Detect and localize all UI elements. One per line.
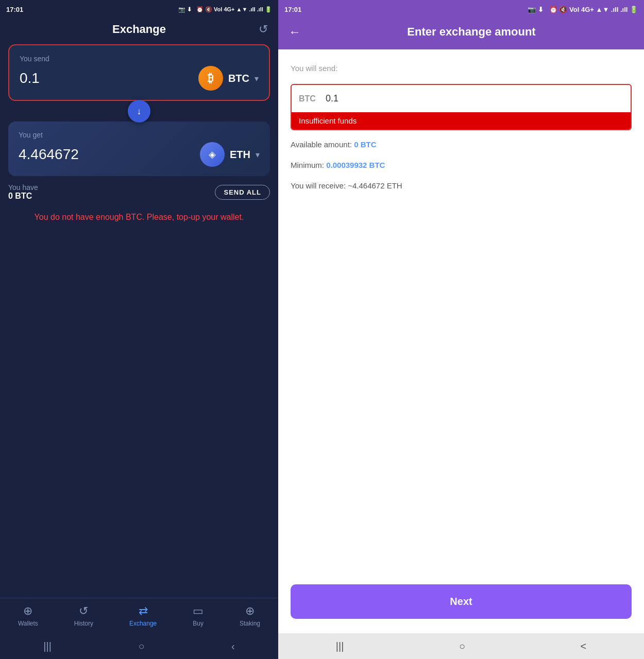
insufficient-funds-bar: Insufficient funds (292, 112, 631, 129)
bottom-nav: ⊕ Wallets ↺ History ⇄ Exchange ▭ Buy ⊕ S… (0, 598, 278, 633)
right-home-button[interactable]: ○ (459, 640, 465, 652)
send-all-button[interactable]: SEND ALL (215, 185, 270, 200)
error-message: You do not have enough BTC. Please, top-… (0, 203, 278, 232)
receive-amount: ~4.464672 ETH (348, 181, 402, 190)
eth-selector[interactable]: ◈ ETH ▾ (200, 142, 260, 167)
buy-icon: ▭ (193, 604, 204, 618)
swap-wrapper: ↓ (8, 100, 270, 123)
minimum-row: Minimum: 0.00039932 BTC (291, 159, 632, 171)
back-button[interactable]: ‹ (231, 640, 235, 652)
you-have-amount: 0 BTC (8, 192, 38, 201)
exchange-nav-icon: ⇄ (139, 604, 148, 618)
available-amount: 0 BTC (354, 140, 376, 149)
left-time: 17:01 (6, 6, 178, 13)
nav-history-label: History (74, 620, 93, 627)
left-status-icons: 📷 ⬇ ⏰ 🔇 Vol 4G+ ▲▼ .ılI .ılI 🔋 (178, 6, 272, 13)
history-icon[interactable]: ↺ (259, 23, 268, 36)
exchange-title: Exchange (112, 23, 166, 36)
eth-name: ETH (230, 149, 250, 161)
available-label: Available amount: (291, 140, 352, 149)
right-header-title: Enter exchange amount (309, 25, 634, 39)
exchange-container: You send 0.1 ₿ BTC ▾ ↓ You get (0, 44, 278, 176)
get-label: You get (19, 131, 260, 139)
nav-buy[interactable]: ▭ Buy (193, 604, 204, 627)
swap-icon: ↓ (137, 106, 142, 117)
get-chevron-icon: ▾ (256, 150, 260, 160)
left-gesture-bar: ||| ○ ‹ (0, 633, 278, 659)
you-have-label: You have (8, 183, 38, 192)
right-panel: 17:01 📷 ⬇ ⏰ 🔇 Vol 4G+ ▲▼ .ılI .ılI 🔋 ← E… (278, 0, 644, 659)
left-status-bar: 17:01 📷 ⬇ ⏰ 🔇 Vol 4G+ ▲▼ .ılI .ılI 🔋 (0, 0, 278, 19)
back-arrow-button[interactable]: ← (289, 25, 301, 39)
send-box: You send 0.1 ₿ BTC ▾ (8, 44, 270, 101)
receive-row: You will receive: ~4.464672 ETH (291, 180, 632, 192)
left-panel: 17:01 📷 ⬇ ⏰ 🔇 Vol 4G+ ▲▼ .ılI .ılI 🔋 Exc… (0, 0, 278, 659)
btc-icon: ₿ (198, 66, 223, 91)
recent-apps-button[interactable]: ||| (43, 640, 52, 652)
next-button[interactable]: Next (291, 584, 632, 619)
nav-exchange[interactable]: ⇄ Exchange (129, 604, 157, 627)
right-back-button[interactable]: < (581, 640, 587, 652)
right-header: ← Enter exchange amount (278, 19, 644, 49)
right-recent-button[interactable]: ||| (336, 640, 344, 652)
btc-selector[interactable]: ₿ BTC ▾ (198, 66, 259, 91)
history-nav-icon: ↺ (79, 604, 88, 618)
minimum-label: Minimum: (291, 161, 324, 169)
nav-staking-label: Staking (240, 620, 260, 627)
left-header: Exchange ↺ (0, 19, 278, 44)
wallets-icon: ⊕ (23, 604, 32, 618)
get-row: 4.464672 ◈ ETH ▾ (19, 142, 260, 167)
amount-input-value: 0.1 (326, 93, 623, 104)
currency-label: BTC (299, 94, 319, 103)
right-content: You will send: BTC 0.1 Insufficient fund… (278, 49, 644, 633)
eth-icon: ◈ (200, 142, 225, 167)
receive-label: You will receive: (291, 181, 346, 190)
btc-name: BTC (228, 73, 249, 84)
amount-input-row: BTC 0.1 (292, 85, 631, 112)
nav-wallets[interactable]: ⊕ Wallets (18, 604, 38, 627)
staking-icon: ⊕ (245, 604, 255, 618)
you-will-send-label: You will send: (291, 64, 632, 73)
right-status-icons: 📷 ⬇ ⏰ 🔇 Vol 4G+ ▲▼ .ılI .ılI 🔋 (528, 6, 638, 13)
nav-wallets-label: Wallets (18, 620, 38, 627)
get-box: You get 4.464672 ◈ ETH ▾ (8, 122, 270, 176)
available-amount-row: Available amount: 0 BTC (291, 138, 632, 151)
right-gesture-bar: ||| ○ < (278, 633, 644, 659)
you-have-row: You have 0 BTC SEND ALL (0, 176, 278, 203)
right-status-bar: 17:01 📷 ⬇ ⏰ 🔇 Vol 4G+ ▲▼ .ılI .ılI 🔋 (278, 0, 644, 19)
swap-button[interactable]: ↓ (128, 100, 150, 123)
send-label: You send (20, 55, 259, 63)
nav-history[interactable]: ↺ History (74, 604, 93, 627)
send-row: 0.1 ₿ BTC ▾ (20, 66, 259, 91)
nav-exchange-label: Exchange (129, 620, 157, 627)
nav-buy-label: Buy (193, 620, 204, 627)
send-amount: 0.1 (20, 70, 40, 86)
amount-input-box[interactable]: BTC 0.1 Insufficient funds (291, 84, 632, 130)
nav-staking[interactable]: ⊕ Staking (240, 604, 260, 627)
right-time: 17:01 (284, 6, 528, 13)
home-button[interactable]: ○ (138, 640, 144, 652)
minimum-amount: 0.00039932 BTC (326, 161, 385, 169)
get-amount: 4.464672 (19, 146, 79, 163)
send-chevron-icon: ▾ (255, 74, 259, 83)
